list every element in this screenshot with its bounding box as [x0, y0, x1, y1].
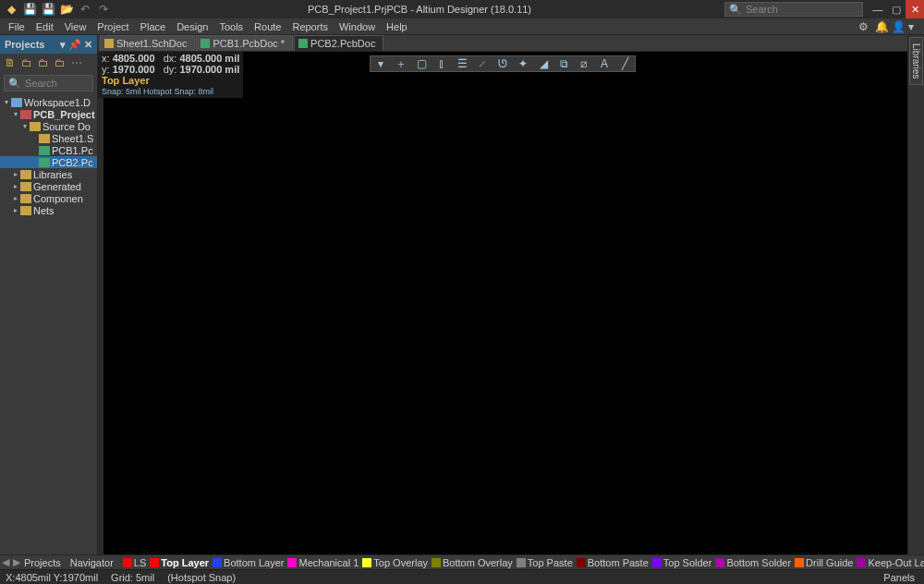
tree-node[interactable]: ▾PCB_Project	[0, 108, 97, 120]
save-all-icon[interactable]: 💾	[41, 2, 55, 17]
doc-icon[interactable]: 🗎	[4, 56, 17, 69]
open-icon[interactable]: 📂	[59, 2, 74, 17]
redo-icon[interactable]: ↷	[96, 2, 111, 17]
tree-node[interactable]: PCB1.Pc	[0, 144, 97, 156]
expand-icon[interactable]: ▸	[11, 194, 20, 202]
layer-nav-left[interactable]: ◀	[2, 556, 9, 568]
tree-node[interactable]: ▸Generated	[0, 180, 97, 192]
projects-search[interactable]: 🔍 Search	[4, 75, 93, 91]
hud-layer: Top Layer	[102, 75, 239, 86]
tool-icon-9[interactable]: ⧉	[557, 57, 570, 70]
layer-swatch-icon	[795, 558, 804, 567]
menu-design[interactable]: Design	[172, 19, 213, 34]
layer-item[interactable]: Top Solder	[652, 557, 712, 568]
tree-node[interactable]: ▾Workspace1.D	[0, 96, 97, 108]
tab-icon	[298, 39, 308, 48]
layer-swatch-icon	[362, 558, 371, 567]
tree-label: Componen	[33, 193, 83, 204]
tree-node[interactable]: Sheet1.S	[0, 132, 97, 144]
bell-icon[interactable]: 🔔	[870, 18, 883, 35]
global-search[interactable]: 🔍 Search	[724, 2, 863, 17]
panels-button[interactable]: Panels	[880, 572, 918, 583]
panel-close-icon[interactable]: ✕	[84, 39, 92, 51]
tool-icon-1[interactable]: ＋	[395, 57, 407, 70]
layer-item[interactable]: Bottom Solder	[715, 557, 791, 568]
ls-label[interactable]: LS	[134, 557, 146, 568]
maximize-button[interactable]: ▢	[887, 0, 906, 18]
layer-swatch-icon	[432, 558, 441, 567]
panel-menu-icon[interactable]: ▾	[60, 39, 66, 51]
menu-place[interactable]: Place	[136, 19, 171, 34]
expand-icon[interactable]: ▾	[11, 110, 20, 118]
doc-tab[interactable]: PCB1.PcbDoc *	[196, 35, 293, 51]
layer-nav-right[interactable]: ▶	[13, 556, 20, 568]
undo-icon[interactable]: ↶	[78, 2, 92, 17]
close-button[interactable]: ✕	[906, 0, 924, 18]
tool-icon-4[interactable]: ☰	[456, 57, 468, 70]
folder-icon[interactable]: 🗀	[20, 56, 33, 69]
expand-icon[interactable]: ▸	[11, 182, 20, 190]
status-grid: Grid: 5mil	[111, 572, 154, 583]
tool-icon-11[interactable]: A	[598, 57, 611, 70]
tree-node[interactable]: ▾Source Do	[0, 120, 97, 132]
expand-icon[interactable]: ▸	[11, 170, 20, 178]
bottom-tab-projects[interactable]: Projects	[24, 557, 61, 568]
layer-item[interactable]: Bottom Layer	[213, 557, 284, 568]
tree-node[interactable]: ▸Componen	[0, 192, 97, 204]
tree-node[interactable]: ▸Nets	[0, 204, 97, 216]
tree-label: PCB1.Pc	[52, 145, 93, 156]
tool-icon-2[interactable]: ▢	[415, 57, 428, 70]
gear-icon[interactable]: ⚙	[854, 18, 867, 35]
search-placeholder: Search	[746, 4, 778, 15]
menu-project[interactable]: Project	[92, 19, 133, 34]
save-icon[interactable]: 💾	[22, 2, 37, 17]
tool-icon-10[interactable]: ⧄	[578, 57, 590, 70]
libraries-tab[interactable]: Libraries	[909, 37, 923, 85]
tool-icon-6[interactable]: ᘎ	[496, 57, 509, 70]
pin-icon[interactable]: 📌	[68, 39, 81, 51]
folder2-icon[interactable]: 🗀	[54, 56, 67, 69]
expand-icon[interactable]: ▾	[20, 122, 30, 130]
layer-item[interactable]: Bottom Paste	[577, 557, 649, 568]
bottom-tab-navigator[interactable]: Navigator	[70, 557, 114, 568]
menu-edit[interactable]: Edit	[31, 19, 58, 34]
projects-header[interactable]: Projects ▾ 📌 ✕	[0, 35, 97, 54]
menu-route[interactable]: Route	[249, 19, 286, 34]
more-icon[interactable]: ⋯	[70, 56, 83, 69]
tool-icon-5[interactable]: ⟋	[476, 57, 489, 70]
layer-item[interactable]: Top Paste	[517, 557, 573, 568]
menu-window[interactable]: Window	[334, 19, 380, 34]
menu-help[interactable]: Help	[382, 19, 412, 34]
layer-item[interactable]: Top Layer	[150, 557, 209, 568]
layer-item[interactable]: Mechanical 1	[287, 557, 359, 568]
pcb-canvas[interactable]	[103, 52, 907, 554]
doc-tab[interactable]: Sheet1.SchDoc	[100, 35, 195, 51]
layer-item[interactable]: Top Overlay	[362, 557, 428, 568]
project-tree[interactable]: ▾Workspace1.D▾PCB_Project▾Source DoSheet…	[0, 94, 97, 554]
hud-x-value: 4805.000	[113, 53, 155, 64]
minimize-button[interactable]: —	[869, 0, 887, 18]
compile-icon[interactable]: 🗀	[37, 56, 50, 69]
tool-icon-7[interactable]: ✦	[517, 57, 529, 70]
menu-reports[interactable]: Reports	[287, 19, 333, 34]
dropdown-icon[interactable]: ▾	[904, 18, 917, 35]
tool-icon-0[interactable]: ▾	[374, 57, 387, 70]
tool-icon-12[interactable]: ╱	[618, 57, 631, 70]
tree-label: Workspace1.D	[24, 97, 91, 108]
menu-view[interactable]: View	[60, 19, 91, 34]
tree-icon	[20, 110, 31, 119]
expand-icon[interactable]: ▸	[11, 206, 20, 214]
tree-node[interactable]: ▸Libraries	[0, 168, 97, 180]
tool-icon-3[interactable]: ⫿	[435, 57, 448, 70]
layer-item[interactable]: Bottom Overlay	[432, 557, 513, 568]
tool-icon-8[interactable]: ◢	[537, 57, 550, 70]
layer-item[interactable]: Drill Guide	[795, 557, 853, 568]
menu-file[interactable]: File	[4, 19, 30, 34]
doc-tab[interactable]: PCB2.PcbDoc	[294, 35, 383, 51]
layer-item[interactable]: Keep-Out Layer	[857, 557, 924, 568]
tree-icon	[30, 122, 41, 131]
user-icon[interactable]: 👤	[887, 18, 900, 35]
menu-tools[interactable]: Tools	[214, 19, 248, 34]
tree-node[interactable]: PCB2.Pc	[0, 156, 97, 168]
expand-icon[interactable]: ▾	[2, 98, 11, 106]
